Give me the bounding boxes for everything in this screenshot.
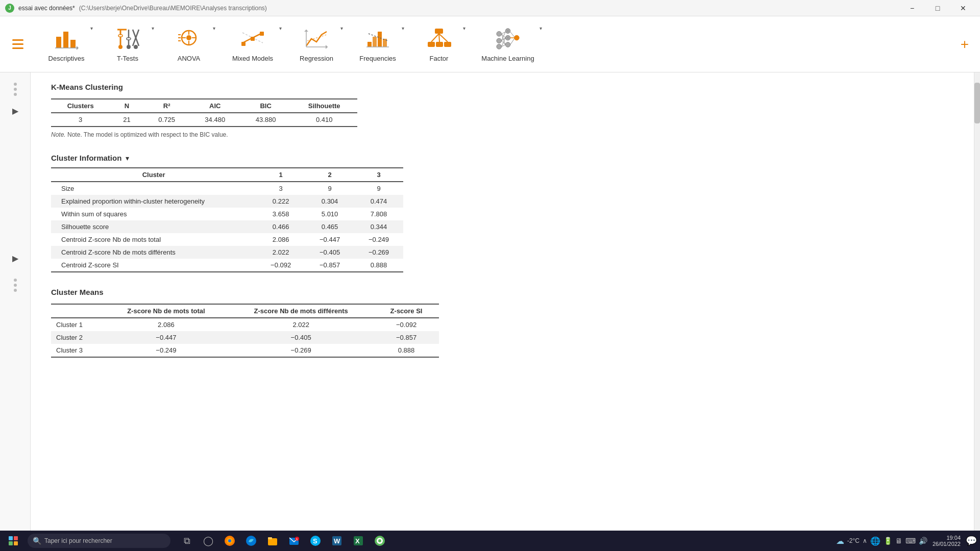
content-area: K-Means Clustering Clusters N R² AIC BIC… bbox=[31, 72, 974, 531]
keyboard-icon: ⌨ bbox=[905, 537, 916, 545]
svg-rect-26 bbox=[241, 42, 246, 46]
taskview-button[interactable]: ⧉ bbox=[177, 531, 197, 551]
ci-val-2: 5.010 bbox=[305, 208, 354, 220]
cm-val-3: 0.888 bbox=[374, 344, 439, 357]
cm-val-2: −0.405 bbox=[228, 331, 374, 344]
ci-label: Centroid Z-score Nb de mots différents bbox=[51, 246, 256, 259]
factor-arrow: ▾ bbox=[463, 26, 465, 31]
sidebar-dots-1 bbox=[14, 83, 17, 96]
notification-button[interactable]: 💬 bbox=[966, 535, 977, 546]
toolbar: ▾ Descriptives ▾ T-Tests bbox=[0, 16, 980, 72]
svg-point-48 bbox=[497, 38, 502, 43]
taskbar-center: ⧉ ◯ 1 bbox=[177, 531, 390, 551]
cm-val-3: −0.857 bbox=[374, 331, 439, 344]
cluster-means-header-row: Z-score Nb de mots total Z-score Nb de m… bbox=[51, 304, 439, 318]
anova-icon bbox=[176, 26, 202, 52]
svg-point-53 bbox=[514, 35, 520, 40]
hamburger-icon bbox=[12, 39, 23, 49]
clock[interactable]: 19:04 26/01/2022 bbox=[933, 535, 961, 547]
ci-col-3: 3 bbox=[354, 168, 403, 182]
svg-point-11 bbox=[127, 45, 131, 49]
sidebar-dots-2 bbox=[14, 279, 17, 292]
svg-rect-27 bbox=[251, 37, 255, 41]
toolbar-item-mixed-models[interactable]: ▾ Mixed Models bbox=[219, 21, 286, 67]
ci-val-2: 0.465 bbox=[305, 220, 354, 233]
mail-icon[interactable]: 1 bbox=[284, 531, 304, 551]
explorer-icon[interactable] bbox=[262, 531, 283, 551]
ci-val-3: 7.808 bbox=[354, 208, 403, 220]
kmeans-table: Clusters N R² AIC BIC Silhouette 3 21 0.… bbox=[51, 98, 357, 127]
skype-icon[interactable]: S bbox=[305, 531, 326, 551]
menu-button[interactable] bbox=[5, 24, 31, 65]
cluster-info-row: Centroid Z-score Nb de mots total 2.086 … bbox=[51, 233, 403, 246]
toolbar-item-anova[interactable]: ▾ ANOVA bbox=[158, 21, 219, 67]
cortana-button[interactable]: ◯ bbox=[198, 531, 218, 551]
cm-val-1: −0.249 bbox=[104, 344, 229, 357]
system-icons: ☁ -2°C ∧ 🌐 🔋 🖥 ⌨ 🔊 bbox=[836, 536, 927, 546]
cluster-info-section: Cluster Information ▾ Cluster 1 2 3 Size… bbox=[51, 154, 953, 272]
dot bbox=[14, 93, 17, 96]
kmeans-col-bic: BIC bbox=[240, 99, 291, 113]
cluster-info-header-row: Cluster 1 2 3 bbox=[51, 168, 403, 182]
cluster-info-row: Centroid Z-score Nb de mots différents 2… bbox=[51, 246, 403, 259]
sidebar-arrow-right-2[interactable]: ▶ bbox=[12, 254, 18, 263]
cluster-info-dropdown[interactable]: ▾ bbox=[126, 154, 129, 162]
ci-val-1: −0.092 bbox=[256, 259, 305, 272]
regression-label: Regression bbox=[300, 55, 333, 62]
svg-rect-28 bbox=[260, 32, 264, 36]
left-sidebar: ▶ ▶ bbox=[0, 72, 31, 531]
svg-point-49 bbox=[497, 44, 502, 49]
kmeans-title: K-Means Clustering bbox=[51, 83, 953, 91]
svg-point-12 bbox=[134, 45, 138, 49]
ci-col-1: 1 bbox=[256, 168, 305, 182]
dot bbox=[14, 284, 17, 287]
close-button[interactable]: ✕ bbox=[951, 0, 975, 16]
app-icon[interactable] bbox=[370, 531, 390, 551]
svg-rect-35 bbox=[373, 37, 377, 47]
taskbar-search[interactable]: 🔍 Taper ici pour rechercher bbox=[28, 534, 170, 548]
svg-point-71 bbox=[228, 539, 231, 542]
toolbar-item-regression[interactable]: ▾ Regression bbox=[286, 21, 347, 67]
cm-col-zscore-total: Z-score Nb de mots total bbox=[104, 304, 229, 318]
network-icon[interactable]: 🌐 bbox=[870, 536, 880, 546]
excel-icon[interactable]: X bbox=[348, 531, 369, 551]
ci-val-3: −0.249 bbox=[354, 233, 403, 246]
minimize-button[interactable]: − bbox=[900, 0, 924, 16]
ci-label: Centroid Z-score SI bbox=[51, 259, 256, 272]
word-icon[interactable]: W bbox=[327, 531, 347, 551]
toolbar-item-frequencies[interactable]: ▾ Frequencies bbox=[347, 21, 408, 67]
toolbar-item-machine-learning[interactable]: ▾ Machine Learning bbox=[470, 21, 546, 67]
sidebar-arrow-right-1[interactable]: ▶ bbox=[12, 106, 18, 116]
add-analysis-button[interactable]: + bbox=[954, 34, 975, 55]
kmeans-bic-val: 43.880 bbox=[240, 113, 291, 127]
kmeans-clusters-val: 3 bbox=[51, 113, 110, 127]
time: 19:04 bbox=[933, 535, 961, 541]
right-scrollbar[interactable] bbox=[974, 72, 980, 531]
edge-icon[interactable] bbox=[241, 531, 261, 551]
kmeans-note: Note. Note. The model is optimized with … bbox=[51, 131, 953, 138]
maximize-button[interactable]: □ bbox=[926, 0, 949, 16]
svg-line-44 bbox=[431, 34, 439, 42]
svg-line-46 bbox=[439, 34, 448, 42]
date: 26/01/2022 bbox=[933, 541, 961, 547]
svg-rect-13 bbox=[118, 35, 122, 37]
kmeans-silhouette-val: 0.410 bbox=[291, 113, 357, 127]
scrollbar-thumb[interactable] bbox=[974, 83, 980, 123]
cluster-means-row: Cluster 2 −0.447 −0.405 −0.857 bbox=[51, 331, 439, 344]
weather-icon: ☁ bbox=[836, 536, 844, 546]
toolbar-item-descriptives[interactable]: ▾ Descriptives bbox=[36, 21, 97, 67]
firefox-icon[interactable] bbox=[219, 531, 240, 551]
descriptives-arrow: ▾ bbox=[90, 26, 93, 31]
search-icon: 🔍 bbox=[33, 537, 41, 545]
svg-rect-74 bbox=[268, 537, 272, 539]
toolbar-item-ttests[interactable]: ▾ T-Tests bbox=[97, 21, 158, 67]
toolbar-item-factor[interactable]: ▾ Factor bbox=[408, 21, 470, 67]
ci-col-2: 2 bbox=[305, 168, 354, 182]
frequencies-arrow: ▾ bbox=[402, 26, 404, 31]
expand-tray-icon[interactable]: ∧ bbox=[863, 537, 867, 544]
volume-icon[interactable]: 🔊 bbox=[919, 537, 927, 545]
ci-val-3: 9 bbox=[354, 182, 403, 195]
start-button[interactable] bbox=[3, 531, 23, 551]
main-area: ▶ ▶ K-Means Clustering Clusters N R² AIC… bbox=[0, 72, 980, 531]
cm-label: Cluster 3 bbox=[51, 344, 104, 357]
